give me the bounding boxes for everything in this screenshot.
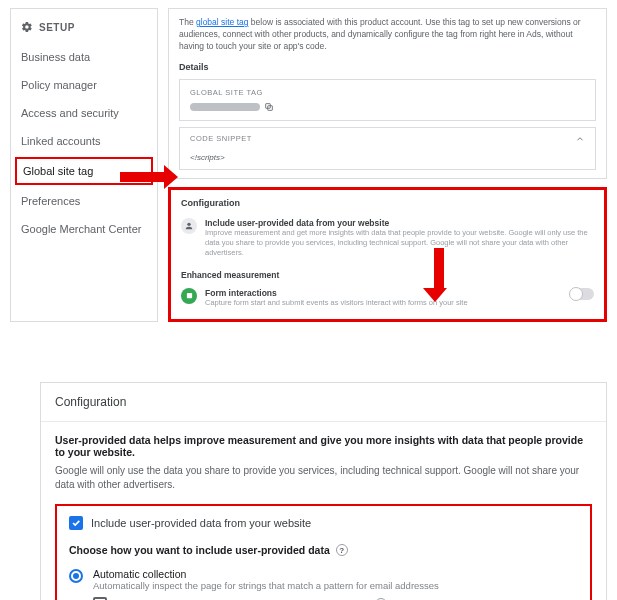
form-interactions-icon: [181, 288, 197, 304]
intro-panel: The global site tag below is associated …: [168, 8, 607, 179]
code-snippet-label: CODE SNIPPET: [190, 134, 252, 145]
user-data-icon: [181, 218, 197, 234]
divider: [41, 421, 606, 422]
sidebar: SETUP Business data Policy manager Acces…: [10, 8, 158, 322]
annotation-arrow-right: [120, 172, 164, 182]
radio-automatic-desc: Automatically inspect the page for strin…: [93, 580, 439, 591]
radio-automatic-title: Automatic collection: [93, 568, 439, 580]
sidebar-item-access-security[interactable]: Access and security: [11, 99, 157, 127]
enhanced-measurement-label: Enhanced measurement: [181, 270, 594, 280]
config-large-headline: User-provided data helps improve measure…: [55, 434, 592, 458]
copy-icon[interactable]: [264, 102, 274, 112]
configuration-panel-large: Configuration User-provided data helps i…: [40, 382, 607, 600]
sidebar-item-policy-manager[interactable]: Policy manager: [11, 71, 157, 99]
sidebar-item-merchant-center[interactable]: Google Merchant Center: [11, 215, 157, 243]
choose-method-label: Choose how you want to include user-prov…: [69, 544, 330, 556]
gst-label: GLOBAL SITE TAG: [190, 88, 585, 99]
code-snippet-box[interactable]: CODE SNIPPET <!scripts>: [179, 127, 596, 171]
config-row-desc: Improve measurement and get more insight…: [205, 228, 594, 257]
config-large-desc: Google will only use the data you share …: [55, 464, 592, 492]
setup-label: SETUP: [39, 22, 75, 33]
highlighted-options: Include user-provided data from your web…: [55, 504, 592, 600]
help-icon[interactable]: ?: [336, 544, 348, 556]
config-title: Configuration: [181, 198, 594, 208]
svg-rect-3: [186, 293, 191, 298]
intro-text-pre: The: [179, 17, 196, 27]
sidebar-item-business-data[interactable]: Business data: [11, 43, 157, 71]
form-interactions-toggle[interactable]: [570, 288, 594, 300]
gst-value-redacted: [190, 103, 260, 111]
setup-header: SETUP: [11, 17, 157, 43]
details-label: Details: [179, 61, 596, 74]
global-site-tag-link[interactable]: global site tag: [196, 17, 248, 27]
chevron-up-icon: [575, 134, 585, 144]
svg-point-2: [187, 223, 190, 226]
code-snippet-body: <!scripts>: [180, 150, 595, 169]
include-user-data-checkbox-row[interactable]: Include user-provided data from your web…: [69, 516, 578, 530]
config-row-form-interactions: Form interactions Capture form start and…: [181, 284, 594, 312]
configuration-panel-small: Configuration Include user-provided data…: [168, 187, 607, 322]
config-large-title: Configuration: [55, 395, 592, 409]
sidebar-item-preferences[interactable]: Preferences: [11, 187, 157, 215]
radio-automatic[interactable]: [69, 569, 83, 583]
include-user-data-label: Include user-provided data from your web…: [91, 517, 311, 529]
annotation-arrow-down: [430, 248, 447, 302]
include-user-data-checkbox[interactable]: [69, 516, 83, 530]
config-row-title: Include user-provided data from your web…: [205, 218, 594, 228]
radio-automatic-collection[interactable]: Automatic collection Automatically inspe…: [69, 568, 578, 600]
config-row-user-data[interactable]: Include user-provided data from your web…: [181, 214, 594, 261]
sidebar-item-linked-accounts[interactable]: Linked accounts: [11, 127, 157, 155]
details-box: GLOBAL SITE TAG: [179, 79, 596, 121]
gear-icon: [21, 21, 33, 33]
